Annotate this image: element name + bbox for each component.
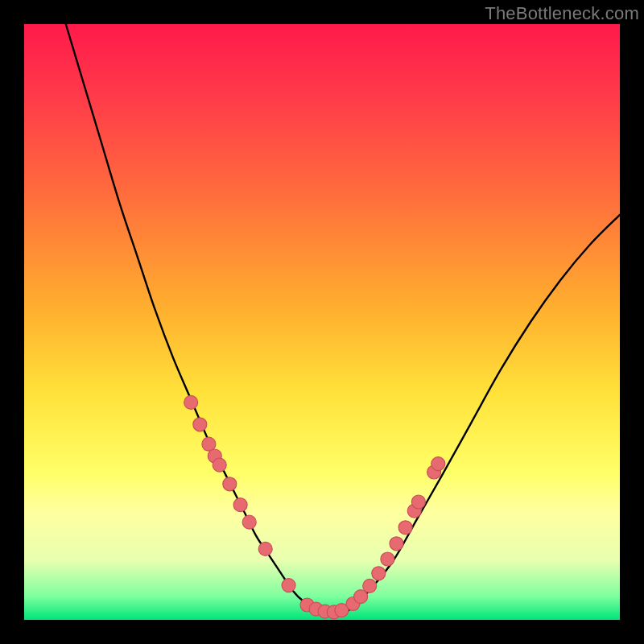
data-point [258, 542, 272, 555]
plot-area [24, 24, 620, 620]
data-point [381, 552, 394, 566]
data-point [431, 457, 445, 471]
data-point [242, 515, 256, 529]
watermark: TheBottleneck.com [485, 3, 639, 24]
data-point [372, 567, 386, 580]
chart-svg [24, 24, 620, 620]
data-point [398, 521, 412, 535]
data-point [411, 495, 425, 509]
data-point [223, 477, 237, 491]
chart-frame: TheBottleneck.com [0, 0, 644, 644]
data-point [193, 418, 207, 431]
data-point [184, 395, 198, 409]
data-point [233, 498, 247, 512]
data-point [213, 458, 226, 472]
data-point [282, 579, 295, 592]
bottleneck-curve [66, 24, 620, 615]
data-point [390, 537, 403, 551]
data-point [363, 579, 377, 592]
data-points [184, 395, 445, 618]
